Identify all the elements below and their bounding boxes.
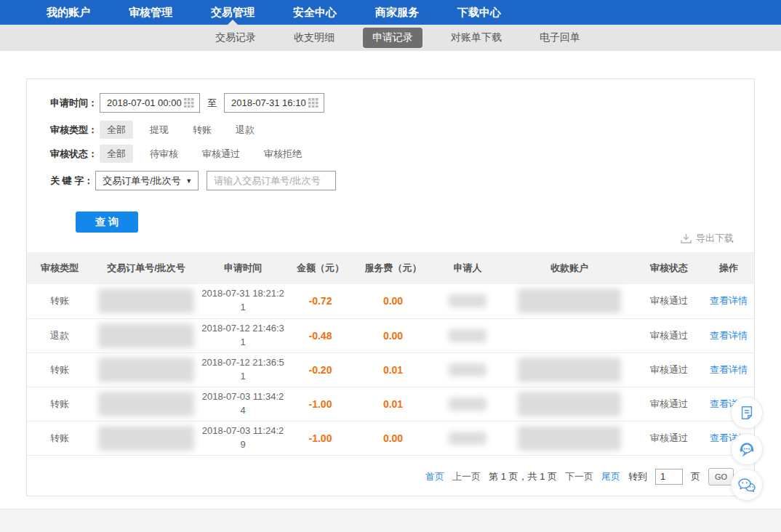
cell-amount: -0.20 [286, 352, 355, 387]
audit-type-option-1[interactable]: 全部 [100, 121, 133, 139]
audit-status-option-1[interactable]: 全部 [100, 145, 133, 163]
table-row: 转账2018-07-12 21:36:51-0.200.01审核通过查看详情 [27, 352, 754, 387]
redacted-applicant [449, 363, 486, 376]
cell-audit-type: 转账 [27, 387, 92, 421]
sub-navigation: 交易记录收支明细申请记录对账单下载电子回单 [0, 25, 781, 51]
redacted-payee-account [518, 392, 621, 416]
audit-type-row: 审核类型： 全部提现转账退款 [50, 123, 754, 137]
table-header-row: 审核类型交易订单号/批次号申请时间金额（元）服务费（元）申请人收款账户审核状态操… [27, 252, 754, 284]
cell-applicant [431, 387, 504, 421]
subnav-item-3[interactable]: 申请记录 [363, 28, 422, 48]
topnav-item-1[interactable]: 我的账户 [47, 0, 90, 25]
redacted-order-number [98, 323, 194, 348]
pagination: 首页 上一页 第 1 页，共 1 页 下一页 尾页 转到 页 GO [27, 456, 754, 485]
export-download-label: 导出下载 [696, 232, 734, 245]
topnav-item-6[interactable]: 下载中心 [457, 0, 501, 25]
redacted-payee-account [518, 426, 621, 451]
keyword-type-select[interactable]: 交易订单号/批次号 ▼ [95, 171, 199, 190]
audit-type-label: 审核类型： [50, 124, 97, 137]
view-details-link[interactable]: 查看详情 [710, 295, 748, 306]
audit-status-option-4[interactable]: 审核拒绝 [257, 145, 309, 163]
results-table: 审核类型交易订单号/批次号申请时间金额（元）服务费（元）申请人收款账户审核状态操… [27, 252, 754, 456]
cell-payee-account [504, 318, 635, 352]
pagination-prev[interactable]: 上一页 [452, 470, 481, 483]
redacted-order-number [98, 426, 194, 451]
subnav-item-5[interactable]: 电子回单 [530, 28, 590, 48]
topnav-item-5[interactable]: 商家服务 [375, 0, 419, 25]
keyword-row: 关 键 字： 交易订单号/批次号 ▼ [50, 171, 754, 190]
cell-audit-type: 转账 [27, 421, 92, 455]
customer-service-icon [738, 440, 756, 458]
view-details-link[interactable]: 查看详情 [710, 364, 748, 375]
cell-applicant [431, 284, 504, 318]
pagination-last[interactable]: 尾页 [601, 470, 620, 483]
cell-order-number [92, 352, 200, 387]
pagination-info: 第 1 页，共 1 页 [489, 470, 557, 483]
subnav-item-4[interactable]: 对账单下载 [441, 28, 511, 48]
chevron-down-icon: ▼ [185, 177, 192, 185]
redacted-payee-account [518, 358, 621, 382]
cell-service-fee: 0.00 [355, 318, 431, 352]
pagination-next[interactable]: 下一页 [565, 470, 593, 483]
audit-status-label: 审核状态： [50, 148, 97, 161]
audit-type-option-4[interactable]: 退款 [228, 121, 262, 139]
subnav-item-1[interactable]: 交易记录 [206, 28, 265, 48]
cell-amount: -0.48 [286, 318, 355, 352]
table-row: 退款2018-07-12 21:46:31-0.480.00审核通过查看详情 [27, 318, 754, 352]
cell-audit-type: 转账 [27, 352, 92, 387]
search-button[interactable]: 查 询 [76, 211, 138, 233]
cell-amount: -1.00 [286, 421, 355, 455]
column-header-2: 交易订单号/批次号 [92, 252, 200, 284]
redacted-applicant [449, 329, 486, 342]
cell-audit-type: 转账 [27, 284, 92, 318]
audit-status-option-2[interactable]: 待审核 [143, 145, 185, 163]
subnav-item-2[interactable]: 收支明细 [284, 28, 344, 48]
cell-order-number [92, 421, 200, 455]
redacted-applicant [449, 432, 486, 445]
cell-amount: -1.00 [286, 387, 355, 421]
date-to-value[interactable] [231, 97, 307, 108]
date-from-value[interactable] [107, 97, 183, 108]
view-details-link[interactable]: 查看详情 [710, 330, 748, 341]
wechat-icon [737, 476, 756, 493]
floating-customer-service-button[interactable] [731, 433, 763, 465]
go-button[interactable]: GO [708, 468, 734, 485]
floating-document-button[interactable] [731, 397, 763, 429]
audit-status-option-3[interactable]: 审核通过 [195, 145, 247, 163]
keyword-input[interactable] [207, 171, 336, 190]
filter-form: 申请时间： 至 审核类型： 全部提现转账退款 审核状态： 全部待审核审核通过审核… [27, 79, 754, 233]
page-footer [0, 509, 781, 532]
column-header-4: 金额（元） [286, 252, 355, 284]
cell-order-number [92, 318, 200, 352]
cell-audit-type: 退款 [27, 318, 92, 352]
main-panel: 申请时间： 至 审核类型： 全部提现转账退款 审核状态： 全部待审核审核通过审核… [26, 78, 755, 496]
pagination-first[interactable]: 首页 [425, 470, 444, 483]
cell-service-fee: 0.01 [355, 352, 431, 387]
audit-type-option-3[interactable]: 转账 [185, 121, 219, 139]
column-header-5: 服务费（元） [355, 252, 431, 284]
audit-type-option-2[interactable]: 提现 [143, 121, 176, 139]
column-header-1: 审核类型 [27, 252, 92, 284]
date-to-input[interactable] [224, 93, 324, 113]
pagination-page-unit: 页 [691, 470, 700, 483]
keyword-label: 关 键 字： [50, 174, 93, 188]
apply-time-text: 2018-07-03 11:34:24 [201, 390, 285, 418]
apply-time-text: 2018-07-03 11:24:29 [201, 424, 285, 452]
cell-apply-time: 2018-07-12 21:36:51 [200, 352, 286, 387]
date-from-input[interactable] [100, 93, 200, 113]
cell-apply-time: 2018-07-03 11:24:29 [200, 421, 286, 455]
calendar-icon [308, 98, 319, 108]
apply-time-row: 申请时间： 至 [50, 93, 754, 113]
apply-time-text: 2018-07-12 21:36:51 [201, 356, 285, 384]
page-number-input[interactable] [655, 469, 683, 485]
cell-order-number [92, 387, 200, 421]
floating-wechat-button[interactable] [731, 469, 763, 501]
document-icon [739, 405, 755, 421]
cell-payee-account [504, 352, 635, 387]
topnav-item-4[interactable]: 安全中心 [293, 0, 337, 25]
export-download-link[interactable]: 导出下载 [681, 232, 734, 245]
apply-time-text: 2018-07-12 21:46:31 [201, 322, 285, 350]
topnav-item-3[interactable]: 交易管理 [211, 0, 255, 25]
cell-service-fee: 0.00 [355, 284, 431, 318]
topnav-item-2[interactable]: 审核管理 [129, 0, 172, 25]
